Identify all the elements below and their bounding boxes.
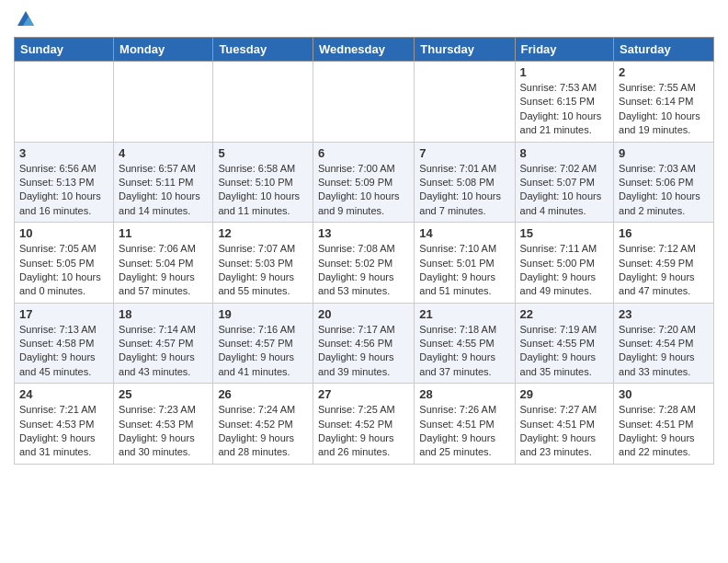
- header: [14, 9, 714, 29]
- calendar-cell: 16Sunrise: 7:12 AM Sunset: 4:59 PM Dayli…: [614, 223, 714, 304]
- day-number: 3: [19, 146, 108, 160]
- weekday-header-saturday: Saturday: [614, 38, 714, 62]
- calendar-cell: [114, 62, 213, 143]
- day-info: Sunrise: 7:20 AM Sunset: 4:54 PM Dayligh…: [619, 323, 709, 380]
- day-info: Sunrise: 7:13 AM Sunset: 4:58 PM Dayligh…: [19, 323, 108, 380]
- day-number: 18: [119, 307, 208, 321]
- day-info: Sunrise: 7:02 AM Sunset: 5:07 PM Dayligh…: [520, 162, 609, 219]
- day-number: 1: [520, 65, 609, 79]
- calendar-cell: [415, 62, 515, 143]
- calendar-cell: 6Sunrise: 7:00 AM Sunset: 5:09 PM Daylig…: [313, 142, 414, 223]
- calendar-cell: 8Sunrise: 7:02 AM Sunset: 5:07 PM Daylig…: [515, 142, 614, 223]
- calendar-cell: 5Sunrise: 6:58 AM Sunset: 5:10 PM Daylig…: [213, 142, 313, 223]
- weekday-header-sunday: Sunday: [15, 38, 114, 62]
- day-info: Sunrise: 7:23 AM Sunset: 4:53 PM Dayligh…: [119, 403, 208, 460]
- calendar-cell: 7Sunrise: 7:01 AM Sunset: 5:08 PM Daylig…: [415, 142, 515, 223]
- calendar-cell: 18Sunrise: 7:14 AM Sunset: 4:57 PM Dayli…: [114, 303, 213, 384]
- calendar-cell: [15, 62, 114, 143]
- page: SundayMondayTuesdayWednesdayThursdayFrid…: [0, 0, 728, 474]
- calendar-header-row: SundayMondayTuesdayWednesdayThursdayFrid…: [15, 38, 714, 62]
- calendar-cell: 22Sunrise: 7:19 AM Sunset: 4:55 PM Dayli…: [515, 303, 614, 384]
- day-number: 2: [619, 65, 709, 79]
- calendar-cell: 29Sunrise: 7:27 AM Sunset: 4:51 PM Dayli…: [515, 384, 614, 465]
- day-info: Sunrise: 7:00 AM Sunset: 5:09 PM Dayligh…: [318, 162, 409, 219]
- logo-icon: [16, 9, 36, 29]
- day-info: Sunrise: 7:11 AM Sunset: 5:00 PM Dayligh…: [520, 242, 609, 299]
- logo: [14, 9, 36, 29]
- calendar-cell: 1Sunrise: 7:53 AM Sunset: 6:15 PM Daylig…: [515, 62, 614, 143]
- day-info: Sunrise: 6:58 AM Sunset: 5:10 PM Dayligh…: [218, 162, 308, 219]
- calendar-cell: 24Sunrise: 7:21 AM Sunset: 4:53 PM Dayli…: [15, 384, 114, 465]
- calendar-cell: 9Sunrise: 7:03 AM Sunset: 5:06 PM Daylig…: [614, 142, 714, 223]
- day-number: 29: [520, 387, 609, 401]
- calendar-cell: 4Sunrise: 6:57 AM Sunset: 5:11 PM Daylig…: [114, 142, 213, 223]
- day-number: 6: [318, 146, 409, 160]
- day-info: Sunrise: 7:14 AM Sunset: 4:57 PM Dayligh…: [119, 323, 208, 380]
- weekday-header-thursday: Thursday: [415, 38, 515, 62]
- calendar-cell: 30Sunrise: 7:28 AM Sunset: 4:51 PM Dayli…: [614, 384, 714, 465]
- day-number: 23: [619, 307, 709, 321]
- day-info: Sunrise: 7:10 AM Sunset: 5:01 PM Dayligh…: [419, 242, 509, 299]
- day-number: 13: [318, 226, 409, 240]
- day-number: 25: [119, 387, 208, 401]
- day-number: 21: [419, 307, 509, 321]
- day-number: 19: [218, 307, 308, 321]
- calendar-cell: 23Sunrise: 7:20 AM Sunset: 4:54 PM Dayli…: [614, 303, 714, 384]
- day-info: Sunrise: 7:21 AM Sunset: 4:53 PM Dayligh…: [19, 403, 108, 460]
- weekday-header-friday: Friday: [515, 38, 614, 62]
- calendar-cell: 14Sunrise: 7:10 AM Sunset: 5:01 PM Dayli…: [415, 223, 515, 304]
- calendar-cell: 17Sunrise: 7:13 AM Sunset: 4:58 PM Dayli…: [15, 303, 114, 384]
- day-info: Sunrise: 7:19 AM Sunset: 4:55 PM Dayligh…: [520, 323, 609, 380]
- calendar-week-2: 3Sunrise: 6:56 AM Sunset: 5:13 PM Daylig…: [15, 142, 714, 223]
- day-number: 10: [19, 226, 108, 240]
- day-info: Sunrise: 7:05 AM Sunset: 5:05 PM Dayligh…: [19, 242, 108, 299]
- calendar-cell: 12Sunrise: 7:07 AM Sunset: 5:03 PM Dayli…: [213, 223, 313, 304]
- day-number: 28: [419, 387, 509, 401]
- day-number: 7: [419, 146, 509, 160]
- day-info: Sunrise: 7:26 AM Sunset: 4:51 PM Dayligh…: [419, 403, 509, 460]
- day-number: 20: [318, 307, 409, 321]
- weekday-header-tuesday: Tuesday: [213, 38, 313, 62]
- calendar-cell: 2Sunrise: 7:55 AM Sunset: 6:14 PM Daylig…: [614, 62, 714, 143]
- calendar-week-5: 24Sunrise: 7:21 AM Sunset: 4:53 PM Dayli…: [15, 384, 714, 465]
- day-info: Sunrise: 7:27 AM Sunset: 4:51 PM Dayligh…: [520, 403, 609, 460]
- calendar-cell: 28Sunrise: 7:26 AM Sunset: 4:51 PM Dayli…: [415, 384, 515, 465]
- day-info: Sunrise: 7:17 AM Sunset: 4:56 PM Dayligh…: [318, 323, 409, 380]
- day-info: Sunrise: 7:03 AM Sunset: 5:06 PM Dayligh…: [619, 162, 709, 219]
- calendar-week-1: 1Sunrise: 7:53 AM Sunset: 6:15 PM Daylig…: [15, 62, 714, 143]
- calendar-week-3: 10Sunrise: 7:05 AM Sunset: 5:05 PM Dayli…: [15, 223, 714, 304]
- day-number: 17: [19, 307, 108, 321]
- day-info: Sunrise: 7:08 AM Sunset: 5:02 PM Dayligh…: [318, 242, 409, 299]
- day-info: Sunrise: 7:06 AM Sunset: 5:04 PM Dayligh…: [119, 242, 208, 299]
- day-info: Sunrise: 7:18 AM Sunset: 4:55 PM Dayligh…: [419, 323, 509, 380]
- day-info: Sunrise: 6:56 AM Sunset: 5:13 PM Dayligh…: [19, 162, 108, 219]
- day-info: Sunrise: 7:53 AM Sunset: 6:15 PM Dayligh…: [520, 81, 609, 138]
- day-number: 24: [19, 387, 108, 401]
- day-number: 30: [619, 387, 709, 401]
- day-info: Sunrise: 7:28 AM Sunset: 4:51 PM Dayligh…: [619, 403, 709, 460]
- calendar: SundayMondayTuesdayWednesdayThursdayFrid…: [14, 37, 714, 465]
- day-info: Sunrise: 7:25 AM Sunset: 4:52 PM Dayligh…: [318, 403, 409, 460]
- calendar-cell: 25Sunrise: 7:23 AM Sunset: 4:53 PM Dayli…: [114, 384, 213, 465]
- calendar-cell: 21Sunrise: 7:18 AM Sunset: 4:55 PM Dayli…: [415, 303, 515, 384]
- calendar-cell: 19Sunrise: 7:16 AM Sunset: 4:57 PM Dayli…: [213, 303, 313, 384]
- calendar-cell: 27Sunrise: 7:25 AM Sunset: 4:52 PM Dayli…: [313, 384, 414, 465]
- day-number: 27: [318, 387, 409, 401]
- day-number: 5: [218, 146, 308, 160]
- day-number: 4: [119, 146, 208, 160]
- day-number: 15: [520, 226, 609, 240]
- day-info: Sunrise: 7:12 AM Sunset: 4:59 PM Dayligh…: [619, 242, 709, 299]
- day-info: Sunrise: 6:57 AM Sunset: 5:11 PM Dayligh…: [119, 162, 208, 219]
- day-number: 22: [520, 307, 609, 321]
- weekday-header-wednesday: Wednesday: [313, 38, 414, 62]
- day-info: Sunrise: 7:24 AM Sunset: 4:52 PM Dayligh…: [218, 403, 308, 460]
- day-number: 14: [419, 226, 509, 240]
- calendar-cell: 15Sunrise: 7:11 AM Sunset: 5:00 PM Dayli…: [515, 223, 614, 304]
- calendar-cell: 26Sunrise: 7:24 AM Sunset: 4:52 PM Dayli…: [213, 384, 313, 465]
- calendar-cell: 3Sunrise: 6:56 AM Sunset: 5:13 PM Daylig…: [15, 142, 114, 223]
- calendar-week-4: 17Sunrise: 7:13 AM Sunset: 4:58 PM Dayli…: [15, 303, 714, 384]
- calendar-cell: 13Sunrise: 7:08 AM Sunset: 5:02 PM Dayli…: [313, 223, 414, 304]
- day-info: Sunrise: 7:55 AM Sunset: 6:14 PM Dayligh…: [619, 81, 709, 138]
- calendar-cell: 11Sunrise: 7:06 AM Sunset: 5:04 PM Dayli…: [114, 223, 213, 304]
- day-number: 11: [119, 226, 208, 240]
